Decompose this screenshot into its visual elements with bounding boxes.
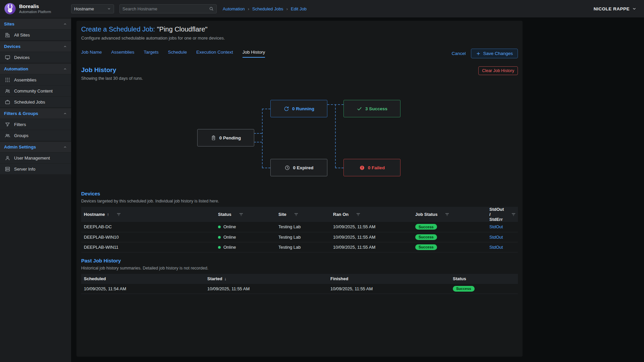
search-bar [119, 4, 217, 13]
stdout-link[interactable]: StdOut [489, 235, 503, 240]
search-icon[interactable] [209, 6, 214, 11]
sidebar-item-label: Community Content [14, 88, 53, 94]
flow-connector [262, 109, 263, 168]
chevron-up-icon [63, 45, 67, 49]
flow-node-pending[interactable]: 0 Pending [197, 129, 254, 146]
breadcrumb-edit-job[interactable]: Edit Job [291, 6, 307, 11]
past-job-history-section: Past Job History Historical job history … [81, 258, 518, 294]
sort-desc-icon[interactable]: ↓ [224, 276, 227, 281]
device-ran-on: 10/09/2025, 11:55 AM [330, 222, 413, 232]
device-ran-on: 10/09/2025, 11:55 AM [330, 232, 413, 242]
sidebar-item-assemblies[interactable]: Assemblies [0, 74, 71, 85]
user-menu[interactable]: NICOLE RAPPE [594, 6, 637, 11]
column-header-started[interactable]: Started [207, 276, 222, 281]
devices-heading: Devices [81, 191, 518, 196]
flow-node-failed[interactable]: 0 Failed [343, 159, 400, 176]
filter-icon[interactable] [239, 212, 244, 217]
sidebar-section-automation[interactable]: Automation [0, 64, 71, 74]
breadcrumb-separator: › [286, 6, 288, 11]
device-row: DEEPLAB-DC Online Testing Lab 10/09/2025… [81, 222, 518, 232]
chevron-up-icon [63, 145, 67, 149]
sidebar-item-community-content[interactable]: Community Content [0, 85, 71, 96]
filter-icon[interactable] [294, 212, 299, 217]
brand-name: Borealis [19, 3, 51, 10]
sidebar-section-sites[interactable]: Sites [0, 19, 71, 29]
cancel-button[interactable]: Cancel [451, 51, 466, 56]
filter-icon[interactable] [511, 212, 516, 217]
sidebar-item-label: Assemblies [14, 77, 36, 82]
sidebar-section-devices[interactable]: Devices [0, 41, 71, 52]
flow-node-label: 0 Expired [293, 165, 314, 170]
column-header-job-status[interactable]: Job Status [415, 212, 437, 217]
sidebar-item-scheduled-jobs[interactable]: Scheduled Jobs [0, 96, 71, 107]
page-title-prefix: Create a Scheduled Job: [81, 25, 155, 33]
chevron-down-icon [107, 7, 111, 11]
sidebar-section-filters-groups[interactable]: Filters & Groups [0, 108, 71, 119]
sort-asc-icon[interactable]: ↑ [107, 212, 109, 217]
refresh-icon [283, 106, 289, 112]
column-header-status[interactable]: Status [453, 276, 466, 281]
job-history-subheading: Showing the last 30 days of runs. [81, 76, 143, 81]
device-hostname: DEEPLAB-WIN11 [81, 242, 215, 252]
tab-job-history[interactable]: Job History [243, 50, 265, 58]
building-icon [5, 32, 10, 38]
flow-node-running[interactable]: 0 Running [270, 100, 327, 117]
sidebar-section-admin-settings[interactable]: Admin Settings [0, 142, 71, 152]
user-name: NICOLE RAPPE [594, 6, 630, 11]
sidebar-item-user-management[interactable]: User Management [0, 152, 71, 163]
sidebar-item-all-sites[interactable]: All Sites [0, 29, 71, 40]
page-subtitle: Configure advanced schedulable automatio… [81, 36, 518, 41]
search-input[interactable] [122, 6, 207, 11]
device-status: Online [223, 245, 236, 250]
tab-schedule[interactable]: Schedule [168, 50, 187, 58]
sidebar-section-label: Filters & Groups [4, 111, 38, 116]
hostname-select[interactable]: Hostname [71, 4, 114, 13]
flow-connector [335, 104, 336, 168]
devices-table: Hostname↑ Status Site Ran On Job Status … [81, 207, 518, 252]
sidebar-item-filters[interactable]: Filters [0, 119, 71, 130]
filter-icon[interactable] [356, 212, 361, 217]
sidebar-item-label: Scheduled Jobs [14, 100, 45, 105]
filter-icon[interactable] [445, 212, 449, 217]
chevron-up-icon [63, 67, 67, 71]
breadcrumb: Automation › Scheduled Jobs › Edit Job [223, 6, 307, 11]
column-header-site[interactable]: Site [278, 212, 286, 217]
clipboard-icon [211, 135, 216, 141]
column-header-ran-on[interactable]: Ran On [333, 212, 348, 217]
sidebar: Sites All Sites Devices Devices Automati… [0, 17, 71, 362]
job-status-badge: Success [415, 244, 437, 250]
job-history-heading: Job History [81, 66, 143, 74]
groups-icon [5, 133, 10, 138]
column-header-stdout[interactable]: StdOut / StdErr [489, 207, 504, 222]
clear-job-history-button[interactable]: Clear Job History [478, 66, 518, 75]
device-status: Online [223, 224, 236, 229]
flow-node-label: 0 Failed [368, 165, 385, 170]
filter-icon[interactable] [116, 212, 121, 217]
column-header-hostname[interactable]: Hostname [84, 212, 105, 217]
tab-assemblies[interactable]: Assemblies [111, 50, 135, 58]
column-header-scheduled[interactable]: Scheduled [84, 276, 106, 281]
stdout-link[interactable]: StdOut [489, 245, 503, 250]
column-header-status[interactable]: Status [218, 212, 231, 217]
job-history-header: Job History Showing the last 30 days of … [81, 66, 518, 81]
stdout-link[interactable]: StdOut [489, 224, 503, 229]
sidebar-item-devices[interactable]: Devices [0, 52, 71, 63]
server-icon [5, 166, 10, 172]
form-actions: Cancel Save Changes [451, 49, 518, 58]
online-status-dot [218, 236, 221, 239]
sidebar-item-server-info[interactable]: Server Info [0, 163, 71, 174]
save-changes-button[interactable]: Save Changes [471, 49, 518, 58]
tab-execution-context[interactable]: Execution Context [196, 50, 233, 58]
flow-node-expired[interactable]: 0 Expired [270, 159, 327, 176]
flow-node-success[interactable]: 3 Success [343, 100, 400, 117]
column-header-finished[interactable]: Finished [330, 276, 348, 281]
sidebar-item-label: All Sites [14, 33, 30, 38]
tab-job-name[interactable]: Job Name [81, 50, 102, 58]
breadcrumb-scheduled-jobs[interactable]: Scheduled Jobs [252, 6, 283, 11]
tab-targets[interactable]: Targets [144, 50, 159, 58]
sidebar-item-groups[interactable]: Groups [0, 130, 71, 141]
breadcrumb-automation[interactable]: Automation [223, 6, 245, 11]
device-row: DEEPLAB-WIN11 Online Testing Lab 10/09/2… [81, 242, 518, 252]
past-job-history-table: Scheduled Started↓ Finished Status 10/09… [81, 274, 518, 294]
page-title-name: "Ping Cloudflare" [157, 25, 208, 33]
